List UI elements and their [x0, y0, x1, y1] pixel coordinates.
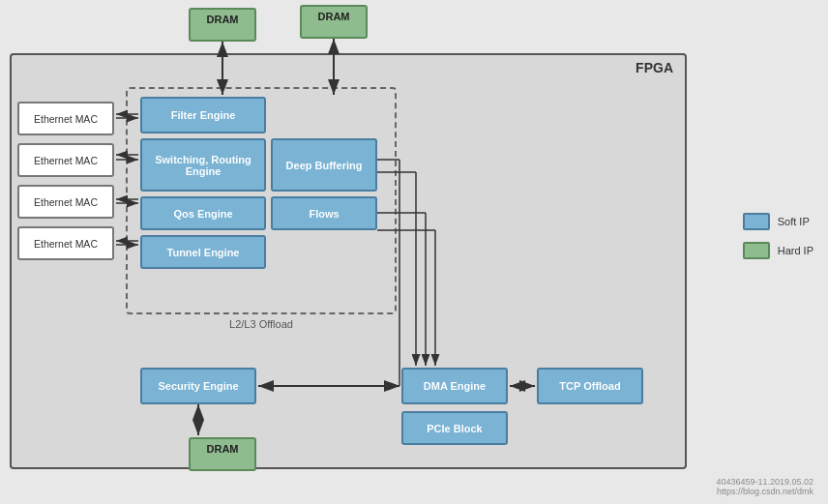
ethernet-mac-2: Ethernet MAC: [17, 143, 114, 177]
deep-buffering: Deep Buffering: [271, 138, 377, 192]
ethernet-mac-1: Ethernet MAC: [17, 102, 114, 135]
dram-top-right: DRAM: [300, 5, 368, 39]
legend-soft-ip-box: [743, 213, 770, 230]
main-diagram: FPGA DRAM DRAM DRAM Ethernet MAC Etherne…: [0, 0, 828, 504]
switching-engine: Switching, Routing Engine: [140, 138, 266, 192]
ethernet-mac-3: Ethernet MAC: [17, 185, 114, 219]
offload-label: L2/L3 Offload: [229, 318, 293, 330]
tcp-offload: TCP Offload: [537, 368, 643, 404]
filter-engine: Filter Engine: [140, 97, 266, 133]
ethernet-mac-4: Ethernet MAC: [17, 226, 114, 260]
dram-top-left: DRAM: [189, 8, 256, 42]
fpga-label: FPGA: [636, 60, 673, 75]
tunnel-engine: Tunnel Engine: [140, 235, 266, 269]
dram-bottom: DRAM: [189, 437, 256, 471]
flows-box: Flows: [271, 196, 377, 230]
pcie-block: PCIe Block: [401, 411, 508, 445]
qos-engine: Qos Engine: [140, 196, 266, 230]
legend-hard-ip: Hard IP: [743, 242, 813, 259]
legend-hard-ip-box: [743, 242, 770, 259]
legend-soft-ip: Soft IP: [743, 213, 813, 230]
security-engine: Security Engine: [140, 368, 256, 404]
dma-engine: DMA Engine: [401, 368, 508, 404]
watermark: 40436459-11.2019.05.02 https://blog.csdn…: [716, 477, 813, 496]
legend: Soft IP Hard IP: [743, 213, 813, 259]
